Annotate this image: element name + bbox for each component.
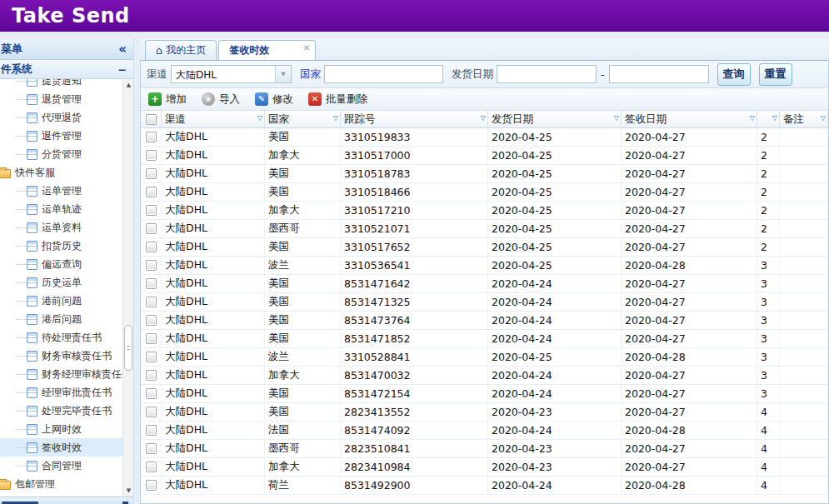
- col-channel[interactable]: 渠道 ▽: [162, 111, 265, 127]
- table-row[interactable]: 大陆DHL 美国 3310519833 2020-04-25 2020-04-2…: [141, 128, 828, 147]
- combo-arrow-icon[interactable]: ▼: [275, 66, 291, 82]
- sidebar-item[interactable]: 运单管理: [0, 182, 122, 200]
- channel-combobox[interactable]: 大陆DHL ▼: [171, 65, 292, 83]
- add-button[interactable]: + 增加: [148, 92, 187, 107]
- row-checkbox[interactable]: [146, 425, 157, 436]
- row-checkbox[interactable]: [146, 388, 157, 399]
- batch-delete-button[interactable]: ✕ 批量删除: [308, 92, 367, 107]
- sidebar-scrollbar[interactable]: ▲ ▼: [122, 79, 133, 497]
- table-row[interactable]: 大陆DHL 荷兰 8531492900 2020-04-24 2020-04-2…: [141, 477, 828, 495]
- filter-channel-icon[interactable]: ▽: [257, 115, 262, 122]
- sidebar-item[interactable]: 扣货历史: [0, 237, 122, 255]
- sidebar-item[interactable]: 合同管理: [0, 457, 122, 475]
- col-days[interactable]: ▽: [757, 111, 780, 127]
- table-row[interactable]: 大陆DHL 美国 8531471852 2020-04-24 2020-04-2…: [141, 330, 828, 348]
- filter-country-icon[interactable]: ▽: [333, 115, 338, 122]
- sidebar-item[interactable]: 财务经理审核责任书: [0, 365, 122, 383]
- sidebar-item[interactable]: 退货管理: [0, 90, 122, 108]
- table-row[interactable]: 大陆DHL 墨西哥 3310521071 2020-04-25 2020-04-…: [141, 220, 828, 238]
- table-row[interactable]: 大陆DHL 美国 3310517652 2020-04-25 2020-04-2…: [141, 238, 828, 257]
- filter-remark-icon[interactable]: ▽: [821, 115, 826, 122]
- row-checkbox[interactable]: [146, 205, 157, 216]
- sidebar-item[interactable]: 包邮管理: [0, 475, 122, 493]
- sidebar-collapse-icon[interactable]: «: [118, 43, 127, 56]
- table-row[interactable]: 大陆DHL 波兰 3310536541 2020-04-25 2020-04-2…: [141, 257, 828, 275]
- sidebar-item[interactable]: 运单资料: [0, 218, 122, 237]
- row-checkbox[interactable]: [146, 352, 157, 362]
- sidebar-item[interactable]: 提货通知: [0, 79, 122, 90]
- filter-tracking-icon[interactable]: ▽: [481, 115, 486, 122]
- sidebar-item[interactable]: 上网时效: [0, 420, 122, 438]
- sidebar-item[interactable]: 财务审核责任书: [0, 347, 122, 365]
- row-checkbox[interactable]: [146, 242, 157, 252]
- row-checkbox[interactable]: [146, 297, 157, 307]
- col-country[interactable]: 国家 ▽: [265, 111, 341, 127]
- sidebar-item[interactable]: 代理退货: [0, 108, 122, 127]
- col-remark[interactable]: 备注 ▽: [780, 111, 828, 127]
- sidebar-item[interactable]: 港后问题: [0, 310, 122, 328]
- table-row[interactable]: 大陆DHL 墨西哥 2823510841 2020-04-23 2020-04-…: [141, 440, 828, 458]
- table-row[interactable]: 大陆DHL 美国 8531471642 2020-04-24 2020-04-2…: [141, 275, 828, 293]
- sidebar-item[interactable]: 快件客服: [0, 163, 122, 182]
- table-row[interactable]: 大陆DHL 美国 3310518466 2020-04-25 2020-04-2…: [141, 183, 828, 202]
- tab-sign-aging[interactable]: 签收时效 ✕: [218, 40, 316, 60]
- scroll-up-icon[interactable]: ▲: [123, 79, 133, 91]
- table-row[interactable]: 大陆DHL 波兰 3310528841 2020-04-25 2020-04-2…: [141, 348, 828, 367]
- sidebar-item[interactable]: 历史运单: [0, 273, 122, 292]
- table-row[interactable]: 大陆DHL 加拿大 3310517210 2020-04-25 2020-04-…: [141, 202, 828, 220]
- row-checkbox[interactable]: [146, 168, 157, 179]
- col-ship-date[interactable]: 发货日期 ▽: [488, 111, 622, 127]
- table-row[interactable]: 大陆DHL 加拿大 2823410984 2020-04-23 2020-04-…: [141, 458, 828, 477]
- filter-sign-date-icon[interactable]: ▽: [750, 115, 755, 122]
- table-row[interactable]: 大陆DHL 加拿大 3310517000 2020-04-25 2020-04-…: [141, 147, 828, 165]
- sidebar-item[interactable]: 处理完毕责任书: [0, 402, 122, 420]
- tab-home[interactable]: ⌂ 我的主页: [145, 40, 217, 60]
- table-row[interactable]: 大陆DHL 美国 2823413552 2020-04-23 2020-04-2…: [141, 403, 828, 422]
- filter-days-icon[interactable]: ▽: [772, 115, 777, 122]
- date-from-input[interactable]: [497, 65, 597, 83]
- close-tab-icon[interactable]: ✕: [303, 43, 310, 52]
- sidebar-item[interactable]: 签收时效: [0, 438, 122, 457]
- table-row[interactable]: 大陆DHL 美国 8531473764 2020-04-24 2020-04-2…: [141, 312, 828, 330]
- scroll-down-icon[interactable]: ▼: [123, 485, 133, 497]
- row-checkbox[interactable]: [146, 333, 157, 344]
- row-checkbox[interactable]: [146, 223, 157, 234]
- filter-ship-date-icon[interactable]: ▽: [614, 115, 619, 122]
- table-row[interactable]: 大陆DHL 加拿大 8531470032 2020-04-24 2020-04-…: [141, 367, 828, 385]
- row-checkbox[interactable]: [146, 187, 157, 197]
- sidebar-item[interactable]: 偏远查询: [0, 255, 122, 273]
- scrollbar-thumb[interactable]: [124, 325, 132, 371]
- row-checkbox[interactable]: [146, 443, 157, 454]
- date-to-input[interactable]: [609, 65, 709, 83]
- table-row[interactable]: 大陆DHL 美国 8531471325 2020-04-24 2020-04-2…: [141, 293, 828, 312]
- import-button[interactable]: ★ 导入: [202, 92, 240, 107]
- edit-button[interactable]: ✎ 修改: [255, 92, 293, 107]
- sidebar-item[interactable]: 经理审批责任书: [0, 383, 122, 402]
- collapse-section-icon[interactable]: −: [118, 63, 127, 76]
- row-checkbox[interactable]: [146, 480, 157, 491]
- sidebar-item[interactable]: 运单轨迹: [0, 200, 122, 218]
- sidebar-splitter[interactable]: [134, 39, 140, 504]
- table-row[interactable]: 大陆DHL 美国 8531472154 2020-04-24 2020-04-2…: [141, 385, 828, 403]
- query-button[interactable]: 查询: [717, 63, 751, 86]
- row-checkbox[interactable]: [146, 407, 157, 417]
- row-checkbox[interactable]: [146, 132, 157, 142]
- row-checkbox[interactable]: [146, 370, 157, 381]
- table-row[interactable]: 大陆DHL 美国 3310518783 2020-04-25 2020-04-2…: [141, 165, 828, 183]
- row-checkbox[interactable]: [146, 315, 157, 326]
- country-input[interactable]: [324, 65, 443, 83]
- sidebar-section-header[interactable]: 件系统 −: [0, 60, 133, 79]
- select-all-checkbox[interactable]: [146, 114, 157, 125]
- sidebar-item[interactable]: 退件管理: [0, 127, 122, 145]
- sidebar-item[interactable]: 待处理责任书: [0, 328, 122, 347]
- row-checkbox[interactable]: [146, 150, 157, 161]
- col-tracking[interactable]: 跟踪号 ▽: [341, 111, 488, 127]
- sidebar-section-clipped[interactable]: [0, 497, 133, 504]
- col-sign-date[interactable]: 签收日期 ▽: [622, 111, 757, 127]
- row-checkbox[interactable]: [146, 260, 157, 271]
- reset-button[interactable]: 重置: [759, 63, 792, 86]
- sidebar-item[interactable]: 港前问题: [0, 292, 122, 310]
- sidebar-item[interactable]: 分货管理: [0, 145, 122, 163]
- table-row[interactable]: 大陆DHL 法国 8531474092 2020-04-24 2020-04-2…: [141, 422, 828, 440]
- row-checkbox[interactable]: [146, 462, 157, 472]
